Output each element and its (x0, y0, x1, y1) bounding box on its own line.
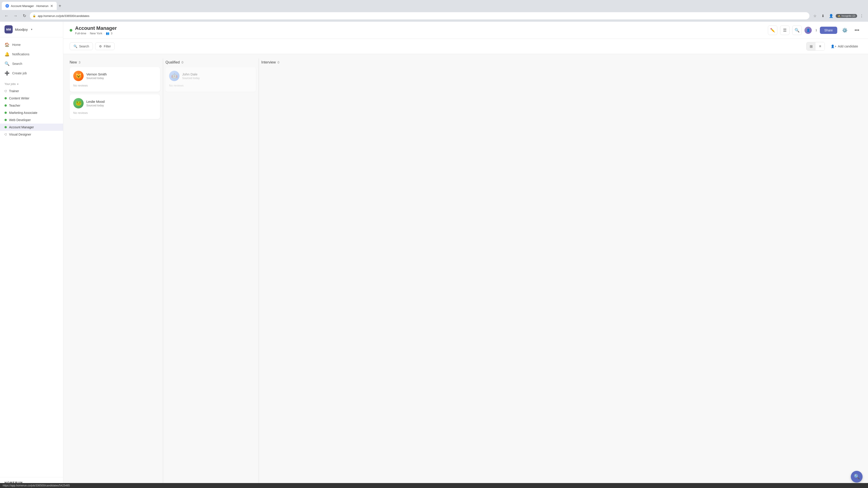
sidebar-item-create-job[interactable]: ➕ Create job (0, 68, 63, 78)
candidate-reviews-2: No reviews (73, 110, 156, 116)
candidate-name-2: Leslie Mood (86, 100, 105, 103)
account-manager-label: Account Manager (9, 125, 34, 129)
applicants-count: 3 (111, 32, 112, 35)
incognito-label: Incognito (2) (842, 14, 855, 17)
visual-designer-label: Visual Designer (9, 133, 31, 136)
candidate-source-3: Sourced today (182, 76, 199, 80)
more-options-button[interactable]: ⋮ (858, 12, 865, 20)
job-status-dot (70, 29, 72, 32)
tab-close-button[interactable]: ✕ (50, 4, 53, 8)
bookmark-button[interactable]: ☆ (811, 12, 818, 20)
applicants-icon: 👥 (106, 32, 110, 35)
home-icon: 🏠 (4, 42, 9, 47)
search-candidates-button[interactable]: 🔍 (792, 26, 802, 35)
company-name: Moodjoy (15, 28, 28, 31)
column-title-qualified: Qualified (165, 60, 180, 64)
job-title-section: Account Manager Full-time · New York · 👥… (70, 25, 117, 35)
candidate-card-john-dale[interactable]: 🤖 John Dale Sourced today No reviews (165, 67, 256, 92)
reload-button[interactable]: ↻ (21, 12, 28, 20)
content-writer-label: Content Writer (9, 96, 29, 100)
chat-icon: 🔍 (854, 474, 860, 480)
kanban-column-qualified: Qualified 0 🤖 John Dale Sourced today No… (165, 59, 256, 484)
share-button[interactable]: Share (820, 27, 837, 34)
meta-dot-2: · (103, 32, 104, 35)
incognito-icon: 🕵 (837, 14, 841, 18)
header-right: 👤 1 Share ⚙️ ••• (804, 26, 862, 35)
sidebar-item-web-developer[interactable]: Web Developer (0, 116, 63, 124)
job-header: Account Manager Full-time · New York · 👥… (63, 22, 868, 39)
company-dropdown-arrow[interactable]: ▾ (31, 28, 32, 31)
grid-view-button[interactable]: ⊞ (807, 42, 815, 51)
candidate-name-1: Vernon Smith (86, 72, 107, 76)
sidebar-item-visual-designer[interactable]: Visual Designer (0, 131, 63, 138)
sidebar-nav: 🏠 Home 🔔 Notifications 🔍 Search ➕ Create… (0, 37, 63, 80)
job-header-actions: ✏️ ☰ 🔍 👤 1 Share ⚙️ ••• (768, 26, 862, 35)
sidebar-header: MM Moodjoy ▾ (0, 22, 63, 37)
candidate-avatar-3: 🤖 (169, 71, 180, 81)
sidebar-item-teacher[interactable]: Teacher (0, 102, 63, 109)
filter-button[interactable]: ⚙ Filter (95, 42, 115, 50)
candidate-avatar-1: 😺 (73, 71, 84, 81)
candidate-reviews-1: No reviews (73, 83, 156, 88)
sidebar-item-home[interactable]: 🏠 Home (0, 40, 63, 50)
teacher-status-dot (4, 104, 7, 107)
settings-button[interactable]: ⚙️ (840, 26, 849, 35)
browser-chrome: H Account Manager · Homerun ✕ + ← → ↻ 🔒 … (0, 0, 868, 22)
candidate-card-vernon-smith[interactable]: 😺 Vernon Smith Sourced today No reviews (70, 67, 160, 92)
new-tab-button[interactable]: + (57, 2, 63, 9)
filter-icon: ⚙ (99, 44, 102, 48)
search-icon: 🔍 (73, 44, 77, 48)
status-bar: https://app.homerun.co/job/336500/candid… (0, 483, 868, 488)
more-options-button-header[interactable]: ••• (852, 26, 862, 35)
tab-favicon: H (5, 4, 9, 8)
profile-button[interactable]: 👤 (828, 12, 835, 20)
kanban-board: New 3 😺 Vernon Smith Sourced today No re… (63, 54, 868, 488)
sidebar-item-marketing-associate[interactable]: Marketing Associate (0, 109, 63, 116)
search-label: Search (79, 44, 89, 48)
edit-button[interactable]: ✏️ (768, 26, 777, 35)
account-manager-status-dot (4, 126, 7, 128)
back-button[interactable]: ← (3, 12, 10, 20)
sidebar-item-notifications-label: Notifications (12, 53, 29, 56)
tab-bar: H Account Manager · Homerun ✕ + (0, 0, 868, 10)
sidebar-item-search[interactable]: 🔍 Search (0, 59, 63, 68)
trainer-label: Trainer (9, 89, 19, 93)
sidebar-item-trainer[interactable]: Trainer (0, 88, 63, 95)
candidate-card-header-3: 🤖 John Dale Sourced today (169, 71, 252, 81)
sidebar-item-search-label: Search (12, 62, 22, 66)
forward-button[interactable]: → (12, 12, 19, 20)
lock-icon: 🔒 (33, 14, 36, 18)
sidebar-item-notifications[interactable]: 🔔 Notifications (0, 50, 63, 59)
candidate-info-1: Vernon Smith Sourced today (86, 72, 107, 80)
create-icon: ➕ (4, 71, 9, 76)
view-toggle: ⊞ ≡ (806, 42, 825, 51)
download-button[interactable]: ⬇ (819, 12, 827, 20)
sidebar-item-content-writer[interactable]: Content Writer (0, 95, 63, 102)
main-content: Account Manager Full-time · New York · 👥… (63, 22, 868, 488)
web-developer-status-dot (4, 119, 7, 121)
candidate-avatar-2: 🐸 (73, 98, 84, 108)
team-count: 1 (815, 29, 817, 32)
teacher-label: Teacher (9, 104, 20, 107)
incognito-badge: 🕵 Incognito (2) (836, 14, 857, 18)
kanban-column-interview: Interview 0 (261, 59, 334, 484)
job-title-info: Account Manager Full-time · New York · 👥… (75, 25, 117, 35)
chat-bubble[interactable]: 🔍 (851, 471, 863, 483)
content-writer-status-dot (4, 97, 7, 99)
search-nav-icon: 🔍 (4, 61, 9, 66)
candidate-info-2: Leslie Mood Sourced today (86, 100, 105, 107)
job-title: Account Manager (75, 25, 117, 31)
marketing-associate-status-dot (4, 111, 7, 114)
column-header-interview: Interview 0 (261, 59, 334, 67)
add-candidate-button[interactable]: 👤+ Add candidate (827, 43, 862, 50)
team-avatar-icon: 👤 (806, 29, 810, 32)
trainer-status-dot (4, 90, 7, 92)
address-bar[interactable]: 🔒 app.homerun.co/job/336500/candidates (30, 12, 809, 20)
sidebar-item-account-manager[interactable]: Account Manager (0, 124, 63, 131)
sidebar-item-home-label: Home (12, 43, 21, 46)
list-view-button[interactable]: ☰ (780, 26, 789, 35)
list-view-toggle-button[interactable]: ≡ (815, 42, 825, 51)
search-candidates-btn[interactable]: 🔍 Search (70, 42, 93, 50)
candidate-card-leslie-mood[interactable]: 🐸 Leslie Mood Sourced today No reviews (70, 94, 160, 119)
active-tab[interactable]: H Account Manager · Homerun ✕ (2, 2, 57, 10)
